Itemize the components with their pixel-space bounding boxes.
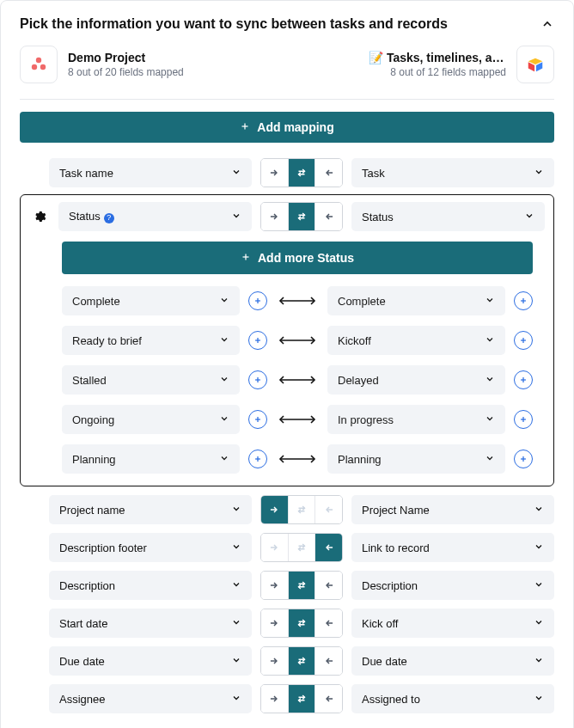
dir-rtl-button[interactable] bbox=[314, 203, 342, 230]
chevron-down-icon bbox=[231, 167, 241, 180]
dir-ltr-button[interactable] bbox=[261, 534, 288, 561]
right-field-select[interactable]: Kick off bbox=[351, 609, 554, 638]
add-left-value-button[interactable] bbox=[248, 370, 267, 389]
field-label: Assignee bbox=[59, 693, 105, 706]
dir-ltr-button[interactable] bbox=[261, 647, 288, 675]
chevron-down-icon bbox=[534, 693, 544, 706]
dir-both-button[interactable] bbox=[288, 159, 315, 187]
right-app-sub: 8 out of 12 fields mapped bbox=[390, 66, 506, 78]
dir-ltr-button[interactable] bbox=[261, 159, 288, 187]
add-left-value-button[interactable] bbox=[248, 410, 267, 429]
divider bbox=[20, 99, 554, 100]
dir-both-button[interactable] bbox=[288, 203, 315, 230]
add-left-value-button[interactable] bbox=[248, 291, 267, 310]
field-label: Description footer bbox=[59, 541, 147, 554]
field-label: Due date bbox=[362, 655, 407, 668]
add-right-value-button[interactable] bbox=[514, 291, 533, 310]
value-label: Complete bbox=[72, 295, 120, 308]
left-field-select[interactable]: Task name bbox=[49, 158, 252, 187]
chevron-down-icon bbox=[534, 617, 544, 630]
left-value-select[interactable]: Complete bbox=[62, 286, 240, 315]
direction-selector bbox=[260, 646, 343, 676]
dir-both-button[interactable] bbox=[288, 496, 315, 523]
add-mapping-button[interactable]: Add mapping bbox=[20, 112, 554, 143]
left-field-select[interactable]: Project name bbox=[49, 495, 252, 524]
right-app: 📝 Tasks, timelines, and … 8 out of 12 fi… bbox=[369, 46, 554, 83]
field-label: Kick off bbox=[362, 617, 398, 630]
gear-icon bbox=[33, 210, 46, 223]
right-value-select[interactable]: Delayed bbox=[327, 365, 505, 395]
dir-rtl-button[interactable] bbox=[314, 685, 342, 713]
dir-rtl-button[interactable] bbox=[314, 496, 342, 523]
dir-ltr-button[interactable] bbox=[261, 609, 288, 637]
chevron-down-icon bbox=[534, 579, 544, 592]
right-value-select[interactable]: In progress bbox=[327, 405, 505, 434]
chevron-down-icon bbox=[219, 334, 229, 347]
chevron-down-icon bbox=[231, 693, 241, 706]
mapping-row: Description footerLink to record bbox=[20, 531, 554, 564]
dir-ltr-button[interactable] bbox=[261, 572, 288, 599]
chevron-down-icon bbox=[219, 374, 229, 387]
left-field-select[interactable]: Start date bbox=[49, 609, 252, 638]
right-value-select[interactable]: Planning bbox=[327, 444, 505, 474]
right-field-select[interactable]: Status bbox=[351, 202, 545, 231]
chevron-down-icon bbox=[534, 504, 544, 517]
add-left-value-button[interactable] bbox=[248, 450, 267, 468]
right-value-select[interactable]: Complete bbox=[327, 286, 505, 315]
dir-rtl-button[interactable] bbox=[314, 572, 342, 599]
dir-rtl-button[interactable] bbox=[314, 534, 342, 561]
dir-ltr-button[interactable] bbox=[261, 203, 288, 230]
add-mapping-label: Add mapping bbox=[257, 120, 333, 134]
right-field-select[interactable]: Description bbox=[351, 571, 554, 600]
dir-both-button[interactable] bbox=[288, 534, 315, 561]
dir-rtl-button[interactable] bbox=[314, 609, 342, 637]
left-field-select[interactable]: Status? bbox=[58, 202, 252, 231]
mapping-row-task: Task name Task bbox=[20, 156, 554, 189]
add-left-value-button[interactable] bbox=[248, 331, 267, 350]
right-field-select[interactable]: Project Name bbox=[351, 495, 554, 524]
chevron-down-icon bbox=[231, 211, 241, 223]
right-field-select[interactable]: Assigned to bbox=[351, 684, 554, 713]
collapse-icon[interactable] bbox=[540, 17, 554, 31]
dir-both-button[interactable] bbox=[288, 647, 315, 675]
dir-both-button[interactable] bbox=[288, 609, 315, 637]
dir-rtl-button[interactable] bbox=[314, 647, 342, 675]
left-value-select[interactable]: Ready to brief bbox=[62, 326, 240, 355]
dir-both-button[interactable] bbox=[288, 572, 315, 599]
add-right-value-button[interactable] bbox=[514, 410, 533, 429]
svg-point-0 bbox=[36, 58, 41, 63]
add-right-value-button[interactable] bbox=[514, 450, 533, 468]
chevron-down-icon bbox=[485, 295, 495, 308]
value-label: Planning bbox=[338, 453, 382, 466]
add-right-value-button[interactable] bbox=[514, 370, 533, 389]
chevron-down-icon bbox=[231, 617, 241, 630]
dir-ltr-button[interactable] bbox=[261, 685, 288, 713]
left-field-select[interactable]: Due date bbox=[49, 646, 252, 676]
direction-selector bbox=[260, 202, 343, 231]
left-field-select[interactable]: Description footer bbox=[49, 533, 252, 562]
left-field-select[interactable]: Assignee bbox=[49, 684, 252, 713]
mapping-row: Project nameProject Name bbox=[20, 493, 554, 526]
mapping-row: Due dateDue date bbox=[20, 645, 554, 677]
left-value-select[interactable]: Ongoing bbox=[62, 405, 240, 434]
right-field-select[interactable]: Link to record bbox=[351, 533, 554, 562]
left-field-select[interactable]: Description bbox=[49, 571, 252, 600]
dir-ltr-button[interactable] bbox=[261, 496, 288, 523]
direction-selector bbox=[260, 533, 343, 562]
add-more-status-button[interactable]: Add more Status bbox=[62, 242, 533, 274]
dir-rtl-button[interactable] bbox=[314, 159, 342, 187]
value-label: Ready to brief bbox=[72, 334, 142, 347]
value-label: Kickoff bbox=[338, 334, 371, 347]
row-settings[interactable] bbox=[29, 210, 50, 223]
dir-both-button[interactable] bbox=[288, 685, 315, 713]
info-icon: ? bbox=[104, 213, 114, 223]
field-label: Status? bbox=[69, 210, 114, 223]
chevron-down-icon bbox=[231, 655, 241, 668]
right-field-select[interactable]: Due date bbox=[351, 646, 554, 676]
add-right-value-button[interactable] bbox=[514, 331, 533, 350]
direction-selector bbox=[260, 571, 343, 600]
right-field-select[interactable]: Task bbox=[351, 158, 554, 187]
left-value-select[interactable]: Stalled bbox=[62, 365, 240, 395]
right-value-select[interactable]: Kickoff bbox=[327, 326, 505, 355]
left-value-select[interactable]: Planning bbox=[62, 444, 240, 474]
